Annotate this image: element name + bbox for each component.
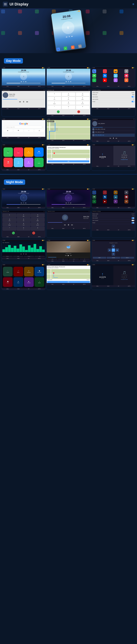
night-nav-apps-10[interactable]: APPS [38,288,41,290]
night-not-playing-next[interactable]: ⏭ [126,276,127,278]
social-list-item-2[interactable]: ♫ 华语_双调_五月.mp3 [92,131,134,134]
auto-answer-toggle[interactable] [132,96,134,98]
night-nav-bt-8[interactable]: BT [73,260,74,262]
numpad-1[interactable]: 1 [48,92,61,96]
app-phone[interactable]: 📞 [92,69,96,73]
end-call-btn[interactable]: 📵 [77,110,80,113]
night-end-call-btn[interactable]: 📵 [32,232,35,234]
night-carplay-podcast[interactable]: 🎙Podcasts [24,267,34,276]
nav-dial-5[interactable]: DIAL [52,115,54,116]
night-numpad-7[interactable]: 7PQRS [3,222,16,226]
night-numpad-3[interactable]: 3DEF [31,214,44,218]
nav-apps-9[interactable]: APPS [128,141,130,142]
night-prev-btn-2[interactable]: ⏮ [66,202,67,204]
nav-bt-1[interactable]: BT [28,86,29,87]
next-btn-2[interactable]: ⏭ [70,81,72,82]
night-go-button[interactable]: GO [47,281,90,283]
arrow-left-btn[interactable]: ◀ [108,248,111,252]
night-call-btn[interactable]: 📞 [12,232,15,234]
app-settings[interactable]: ⚙ [124,69,128,73]
nav-bt-6[interactable]: BT [118,108,119,109]
night-music-next[interactable]: ⏭ [71,224,73,226]
shortcut-maps[interactable]: 🗺 [14,130,23,132]
nav-bt-9[interactable]: BT [118,141,119,142]
power-toggle[interactable] [132,101,134,102]
nav-navi-5[interactable]: NAVI [62,115,64,116]
night-nav-bt-10[interactable]: BT [28,288,29,290]
night-nav-apps-9[interactable]: APPS [128,260,130,261]
numpad-star[interactable]: * [48,105,61,109]
night-nav-navi-2[interactable]: NAVI [62,207,64,208]
night-nav-dial-2[interactable]: DIAL [52,207,54,208]
night-app-settings[interactable]: ⚙ [124,190,128,194]
shortcut-fb[interactable]: f [24,130,34,132]
nav-navi-6[interactable]: NAVI [107,108,110,109]
night-nav-navi-5[interactable]: NAVI [62,228,64,229]
carplay-music[interactable]: 🎵Music [14,148,23,157]
night-nav-apps-2[interactable]: APPS [83,207,86,208]
night-nav-navi-9[interactable]: NAVI [107,260,110,261]
app-camera[interactable]: 📷 [114,69,118,73]
nav-navi-4[interactable]: NAVI [17,108,20,109]
eq-btn-4[interactable]: VOL [34,256,45,257]
app-spotify[interactable]: ♫ [92,78,96,82]
auto-connect-toggle[interactable] [132,98,134,100]
eq-btn-2[interactable]: MID [13,256,24,257]
night-numpad-2[interactable]: 2ABC [17,214,30,218]
night-play-btn-1[interactable]: ⏸ [23,202,24,204]
numpad-5[interactable]: 5JKL [62,97,75,100]
nav-dial-7[interactable]: DIAL [6,137,9,138]
night-numpad-5[interactable]: 5JKL [17,218,30,222]
night-nav-navi-6[interactable]: NAVI [107,230,110,230]
night-wave-prev[interactable]: ⏮ [20,253,22,255]
night-nav-apps-8[interactable]: APPS [83,260,86,262]
night-nav-bt-2[interactable]: BT [73,207,74,208]
app-youtube[interactable]: ▶ [103,78,107,82]
nav-apps-2[interactable]: APPS [83,86,86,87]
night-music-prev[interactable]: ⏮ [64,224,66,226]
nav-apps-4[interactable]: APPS [38,108,41,109]
night-app-news[interactable]: 📰 [124,195,128,199]
media-btn-1[interactable]: USB [47,258,58,260]
nav-dial-9[interactable]: DIAL [96,141,98,142]
numpad-8[interactable]: 8TUV [62,101,75,105]
night-nav-bt-9[interactable]: BT [118,260,119,261]
app-weather[interactable]: ☁ [114,74,118,78]
nav-apps-5[interactable]: APPS [83,115,86,116]
numpad-hash[interactable]: # [76,105,90,109]
nav-dial-10[interactable]: DIAL [6,169,9,170]
social-play[interactable]: ⏸ [112,137,114,139]
night-nav-bt-11[interactable]: BT [73,284,74,285]
nav-extra-2[interactable]: HOME [107,257,120,259]
nav-apps-12[interactable]: APPS [128,166,130,167]
night-wave-play[interactable]: ⏸ [23,253,24,255]
night-not-playing-play[interactable]: ▶ [124,276,125,278]
night-carplay-waze[interactable]: WWaze [14,277,23,287]
app-podcast[interactable]: 🎙 [114,78,118,82]
app-waze[interactable]: W [124,78,128,82]
media-btn-3[interactable]: AUX [69,258,79,260]
go-button[interactable]: GO [48,160,89,162]
nav-apps-1[interactable]: APPS [38,86,41,87]
night-app-music[interactable]: 🎵 [103,190,107,194]
nav-apps-8[interactable]: APPS [83,140,86,141]
carplay-waze[interactable]: WWaze [14,158,23,167]
nav-apps-10[interactable]: APPS [38,169,41,170]
social-list-item-1[interactable]: ♫ 华语_双调_三月里.mp3 [92,128,134,131]
media-btn-2[interactable]: SD [58,258,68,260]
numpad-9[interactable]: 9WXYZ [76,101,90,105]
night-nav-navi-10[interactable]: NAVI [17,288,20,290]
nav-navi-11[interactable]: NAVI [62,164,64,165]
night-carplay-music[interactable]: 🎵Music [14,267,23,276]
night-app-weather[interactable]: ☁ [114,195,118,199]
shortcut-news[interactable]: 📰 [34,130,44,132]
night-auto-connect-toggle[interactable] [132,220,134,221]
night-nav-dial-6[interactable]: DIAL [96,230,98,230]
social-prev[interactable]: ⏮ [110,137,111,139]
night-carplay-phone[interactable]: 📞Phone [3,267,12,276]
nav-apps-3[interactable]: APPS [128,86,130,87]
google-search-bar[interactable]: Search or type URL [5,126,42,128]
night-auto-answer-toggle[interactable] [132,217,134,219]
night-numpad-hash[interactable]: # [31,226,44,230]
night-app-waze[interactable]: W [124,200,128,204]
